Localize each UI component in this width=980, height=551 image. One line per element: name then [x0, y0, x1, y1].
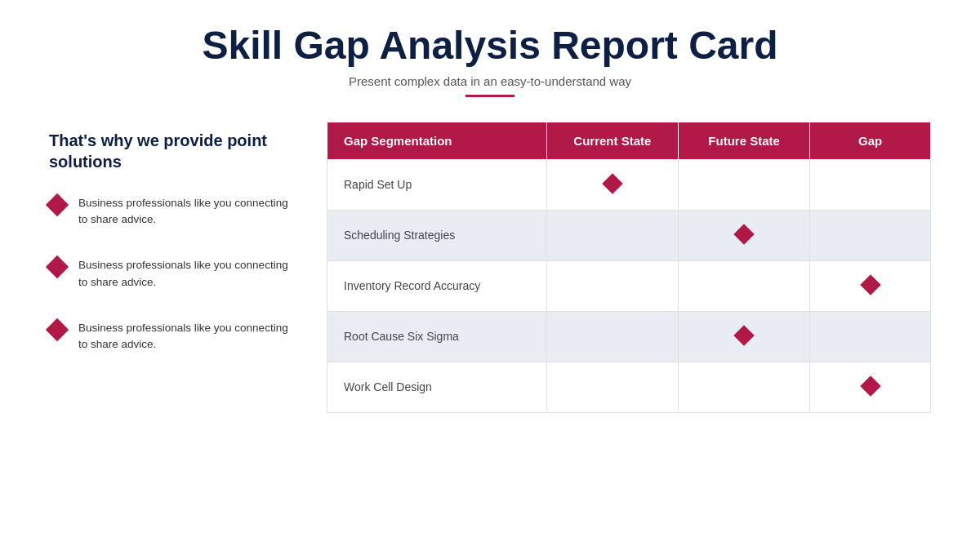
- cell-gap-1: [810, 210, 931, 260]
- cell-future-3: [678, 311, 809, 362]
- left-heading: That's why we provide point solutions: [49, 130, 294, 172]
- cell-segment-3: Root Cause Six Sigma: [327, 311, 547, 362]
- diamond-icon-3: [46, 318, 69, 341]
- table-row: Rapid Set Up: [327, 159, 931, 210]
- bullet-item-1: Business professionals like you connecti…: [49, 195, 294, 229]
- diamond-current-0: [602, 173, 622, 193]
- cell-current-3: [546, 311, 678, 362]
- cell-gap-0: [810, 159, 931, 210]
- left-panel: That's why we provide point solutions Bu…: [49, 122, 294, 527]
- table-row: Scheduling Strategies: [327, 210, 931, 260]
- cell-segment-4: Work Cell Design: [327, 362, 547, 412]
- cell-current-0: [546, 159, 678, 210]
- bullet-item-3: Business professionals like you connecti…: [49, 320, 294, 353]
- bullet-text-3: Business professionals like you connecti…: [78, 320, 294, 353]
- diamond-icon-2: [46, 256, 69, 278]
- cell-future-1: [678, 210, 809, 260]
- table-header-row: Gap Segmentation Current State Future St…: [327, 122, 931, 159]
- subtitle: Present complex data in an easy-to-under…: [49, 74, 931, 88]
- diamond-gap-4: [860, 375, 880, 396]
- cell-future-4: [678, 362, 809, 412]
- cell-future-0: [678, 159, 809, 210]
- cell-segment-2: Inventory Record Accuracy: [327, 260, 547, 311]
- diamond-icon-1: [46, 193, 69, 216]
- table-row: Root Cause Six Sigma: [327, 311, 931, 362]
- bullet-text-1: Business professionals like you connecti…: [78, 195, 294, 229]
- cell-current-2: [546, 260, 678, 311]
- bullet-item-2: Business professionals like you connecti…: [49, 257, 294, 291]
- cell-current-4: [546, 362, 678, 412]
- header: Skill Gap Analysis Report Card Present c…: [49, 24, 931, 97]
- diamond-future-1: [733, 224, 754, 244]
- page: Skill Gap Analysis Report Card Present c…: [0, 0, 980, 551]
- table-row: Work Cell Design: [327, 362, 931, 412]
- col-header-segment: Gap Segmentation: [327, 122, 547, 159]
- cell-future-2: [678, 260, 809, 311]
- cell-gap-2: [810, 260, 931, 311]
- bullet-text-2: Business professionals like you connecti…: [78, 257, 294, 291]
- table-row: Inventory Record Accuracy: [327, 260, 931, 311]
- cell-segment-1: Scheduling Strategies: [327, 210, 547, 260]
- diamond-future-3: [733, 325, 754, 345]
- right-panel: Gap Segmentation Current State Future St…: [327, 122, 931, 527]
- subtitle-underline: [466, 95, 514, 97]
- cell-current-1: [546, 210, 678, 260]
- cell-gap-4: [810, 362, 931, 412]
- gap-table: Gap Segmentation Current State Future St…: [327, 122, 931, 413]
- col-header-future: Future State: [678, 122, 809, 159]
- cell-gap-3: [810, 311, 931, 362]
- body: That's why we provide point solutions Bu…: [49, 122, 931, 527]
- col-header-current: Current State: [546, 122, 678, 159]
- cell-segment-0: Rapid Set Up: [327, 159, 547, 210]
- diamond-gap-2: [860, 274, 880, 295]
- main-title: Skill Gap Analysis Report Card: [49, 24, 931, 68]
- col-header-gap: Gap: [810, 122, 931, 159]
